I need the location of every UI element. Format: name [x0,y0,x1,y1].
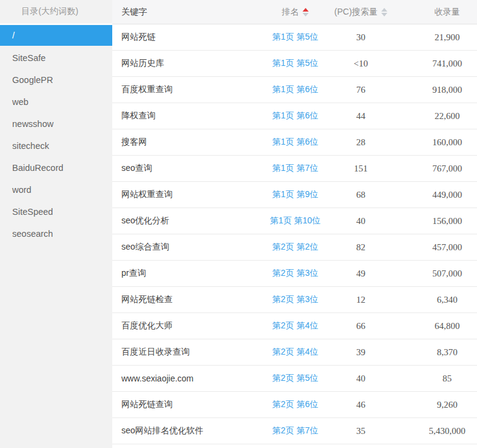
rank-link[interactable]: 第1页 第6位 [272,137,318,146]
search-volume-cell: 151 [329,164,393,174]
sidebar-item-googlepr[interactable]: GooglePR [0,69,112,91]
sidebar-item-newsshow[interactable]: newsshow [0,113,112,135]
search-volume-cell: 40 [329,216,393,226]
rank-link[interactable]: 第2页 第3位 [272,294,318,304]
search-volume-cell: 68 [329,190,393,200]
sidebar-item-seosearch[interactable]: seosearch [0,223,112,245]
rank-link[interactable]: 第2页 第4位 [272,320,318,330]
index-count-cell: 9,260 [393,400,477,410]
rank-sort-icon[interactable] [303,8,309,16]
keyword-cell: seo网站排名优化软件 [112,425,262,436]
index-count-cell: 6,340 [393,295,477,305]
search-volume-header-label: (PC)搜索量 [334,7,378,18]
table-row: 网站死链检查第2页 第3位126,340 [112,287,477,313]
rank-cell: 第2页 第2位 [262,242,329,253]
rank-cell: 第2页 第7位 [262,425,329,436]
rank-link[interactable]: 第1页 第5位 [272,32,318,42]
search-volume-sort-icon[interactable] [381,8,387,16]
rank-link[interactable]: 第2页 第4位 [272,347,318,356]
sidebar-item-root[interactable]: / [0,25,112,46]
table-row: www.sexiaojie.com第2页 第5位4085 [112,366,477,392]
rank-link[interactable]: 第2页 第2位 [272,242,318,251]
rank-link[interactable]: 第1页 第7位 [272,163,318,173]
keyword-cell: seo综合查询 [112,242,262,253]
keyword-cell: 网站权重查询 [112,189,262,200]
rank-cell: 第1页 第6位 [262,137,329,148]
keyword-cell: pr查询 [112,268,262,279]
directory-list: /SiteSafeGooglePRwebnewsshowsitecheckBai… [0,25,112,245]
index-count-cell: 21,900 [393,32,477,43]
search-volume-cell: 30 [329,32,393,43]
index-count-cell: 85 [393,374,477,384]
rank-cell: 第2页 第4位 [262,320,329,331]
table-body: 网站死链第1页 第5位3021,900网站历史库第1页 第5位<10741,00… [112,24,477,444]
table-row: seo网站排名优化软件第2页 第7位355,430,000 [112,418,477,444]
table-row: seo查询第1页 第7位151767,000 [112,156,477,182]
sidebar-item-sitespeed[interactable]: SiteSpeed [0,201,112,223]
rank-cell: 第1页 第10位 [262,215,329,226]
search-volume-cell: 12 [329,295,393,305]
table-row: 网站死链查询第2页 第6位469,260 [112,392,477,418]
column-header-search-volume[interactable]: (PC)搜索量 [329,7,393,18]
rank-link[interactable]: 第1页 第10位 [270,215,320,225]
rank-link[interactable]: 第2页 第5位 [272,373,318,383]
search-volume-cell: 49 [329,269,393,279]
sidebar-item-sitecheck[interactable]: sitecheck [0,135,112,157]
rank-cell: 第2页 第3位 [262,294,329,305]
keyword-cell: 网站死链 [112,32,262,43]
rank-link[interactable]: 第2页 第6位 [272,399,318,409]
search-volume-cell: 40 [329,374,393,384]
keyword-cell: www.sexiaojie.com [112,374,262,383]
rank-cell: 第2页 第6位 [262,399,329,410]
search-volume-cell: 76 [329,85,393,95]
table-row: pr查询第2页 第3位49507,000 [112,261,477,287]
keyword-cell: seo查询 [112,163,262,174]
keyword-cell: 百度近日收录查询 [112,347,262,358]
rank-cell: 第2页 第4位 [262,347,329,358]
index-count-cell: 507,000 [393,269,477,279]
index-count-cell: 918,000 [393,85,477,95]
rank-header-label: 排名 [282,7,299,18]
sidebar-item-web[interactable]: web [0,91,112,113]
rank-link[interactable]: 第1页 第5位 [272,58,318,68]
keyword-cell: 网站历史库 [112,58,262,69]
table-row: 网站死链第1页 第5位3021,900 [112,24,477,51]
table-row: 百度近日收录查询第2页 第4位398,370 [112,339,477,366]
keyword-cell: 百度优化大师 [112,320,262,331]
rank-link[interactable]: 第1页 第6位 [272,110,318,120]
rank-link[interactable]: 第2页 第3位 [272,268,318,278]
table-row: 网站权重查询第1页 第9位68449,000 [112,182,477,208]
rank-cell: 第1页 第5位 [262,32,329,43]
keyword-cell: seo优化分析 [112,215,262,226]
rank-link[interactable]: 第1页 第9位 [272,189,318,199]
app-window: 目录(大约词数) /SiteSafeGooglePRwebnewsshowsit… [0,0,477,448]
keyword-cell: 网站死链检查 [112,294,262,305]
index-count-cell: 5,430,000 [393,426,477,436]
search-volume-cell: 66 [329,321,393,331]
column-header-rank[interactable]: 排名 [262,7,329,18]
index-count-cell: 156,000 [393,216,477,226]
index-count-cell: 449,000 [393,190,477,200]
table-row: seo综合查询第2页 第2位82457,000 [112,234,477,261]
rank-cell: 第2页 第3位 [262,268,329,279]
sidebar-item-word[interactable]: word [0,179,112,201]
rank-cell: 第2页 第5位 [262,373,329,384]
keyword-cell: 网站死链查询 [112,399,262,410]
sidebar-item-baidurecord[interactable]: BaiduRecord [0,157,112,179]
keyword-cell: 百度权重查询 [112,84,262,95]
search-volume-cell: <10 [329,59,393,69]
index-count-cell: 741,000 [393,59,477,69]
keyword-table: 关键字 排名 (PC)搜索量 收录量 网站死链第1页 第5位3021,900网站… [112,0,477,448]
rank-cell: 第1页 第5位 [262,58,329,69]
column-header-index-count: 收录量 [393,7,477,18]
rank-cell: 第1页 第7位 [262,163,329,174]
index-count-cell: 767,000 [393,164,477,174]
table-row: 搜客网第1页 第6位28160,000 [112,129,477,156]
sidebar-item-sitesafe[interactable]: SiteSafe [0,47,112,69]
rank-link[interactable]: 第2页 第7位 [272,425,318,435]
table-row: 网站历史库第1页 第5位<10741,000 [112,51,477,77]
search-volume-cell: 28 [329,137,393,148]
index-count-cell: 22,600 [393,111,477,121]
rank-link[interactable]: 第1页 第6位 [272,84,318,94]
index-count-cell: 64,800 [393,321,477,331]
